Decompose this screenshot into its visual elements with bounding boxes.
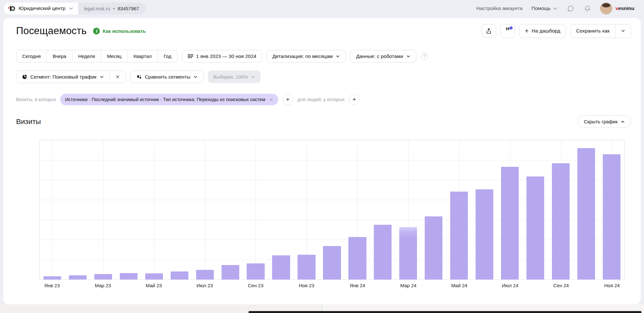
chart-slot-7 [218,140,243,280]
chart-slot-14 [395,140,421,280]
period-button-5[interactable]: Год [157,50,177,62]
x-label-slot-20: Сен 24 [548,283,574,288]
visits-condition-label: Визиты, в которых [16,97,56,102]
chart-bar-13[interactable] [374,225,392,280]
help-menu[interactable]: Помощь [532,5,558,11]
chart-bar-1[interactable] [69,275,87,280]
chart-bar-6[interactable] [196,270,214,280]
chart-slot-8 [243,140,269,280]
counter-switcher[interactable]: Юридический центр legal.msk.ru • 8345796… [4,3,146,14]
segment-clear-button[interactable] [109,71,126,83]
chart-slot-2 [90,140,116,280]
chart-bar-3[interactable] [120,273,137,280]
chart-slot-13 [370,140,395,280]
chart-bar-2[interactable] [94,274,112,280]
x-label-slot-3 [116,283,141,288]
chart-bar-16[interactable] [450,192,468,280]
add-visit-condition-button[interactable]: + [282,94,293,105]
chevron-down-icon [193,75,198,79]
counter-id: 83457967 [118,6,139,11]
counter-selector[interactable]: Юридический центр [4,3,78,14]
compare-segments-dropdown[interactable]: Сравнить сегменты [130,71,204,83]
chart-bar-9[interactable] [272,255,290,280]
x-axis-label: Янв 23 [44,283,60,288]
x-label-slot-19 [523,283,548,288]
data-mode-dropdown[interactable]: Данные: с роботами [350,50,416,62]
export-button[interactable] [482,24,496,38]
x-label-slot-15 [421,283,447,288]
how-to-use-link[interactable]: i Как использовать [93,28,146,34]
username: vesninu [615,5,634,11]
chart-slot-22 [599,140,624,280]
help-label: Помощь [532,5,551,11]
chart-bar-10[interactable] [298,255,315,280]
hide-chart-button[interactable]: Скрыть график [578,115,631,128]
x-label-slot-9 [268,283,294,288]
period-button-1[interactable]: Вчера [47,50,72,62]
title-actions: ” + На дашборд Сохранить как [482,24,631,38]
period-button-0[interactable]: Сегодня [16,50,47,62]
chart-bar-22[interactable] [603,154,620,280]
domain-id-separator: • [113,6,115,11]
title-row: Посещаемость i Как использовать ” [16,24,631,38]
share-icon [486,28,492,34]
chart-bar-15[interactable] [425,216,442,280]
date-range-button[interactable]: 1 янв 2023 — 30 ноя 2024 [182,50,262,62]
chart-bar-12[interactable] [348,237,366,280]
chart-bar-8[interactable] [247,263,264,280]
chat-icon[interactable] [567,5,574,12]
chart-heading-row: Визиты Скрыть график [16,115,631,128]
x-label-slot-1 [65,283,90,288]
chart-slot-17 [472,140,497,280]
x-axis-label: Сен 23 [248,283,263,288]
chart-bar-21[interactable] [577,148,595,280]
x-label-slot-17 [472,283,497,288]
chart-slot-15 [421,140,446,280]
chart-bar-5[interactable] [171,271,188,280]
period-button-2[interactable]: Неделя [72,50,101,62]
chart-bar-20[interactable] [552,163,570,280]
chart-bar-7[interactable] [222,265,239,280]
chart-bar-4[interactable] [145,273,163,280]
period-button-4[interactable]: Квартал [127,50,157,62]
chart-slot-5 [167,140,192,280]
x-label-slot-8: Сен 23 [243,283,268,288]
period-filter-row: СегодняВчераНеделяМесяцКварталГод 1 янв … [16,50,631,62]
metrica-logo-icon [8,5,15,12]
x-label-slot-7 [217,283,243,288]
question-icon[interactable]: ? [421,53,428,60]
plus-icon: + [525,27,529,34]
chart-slot-6 [192,140,218,280]
granularity-dropdown[interactable]: Детализация: по месяцам [267,50,346,62]
x-label-slot-12: Янв 24 [345,283,370,288]
x-axis-label: Май 24 [451,283,467,288]
close-icon [115,74,120,79]
segment-condition-chip[interactable]: Источники · Последний значимый источник … [60,94,278,105]
add-people-condition-button[interactable]: + [349,94,360,105]
add-to-dashboard-button[interactable]: + На дашборд [519,24,566,38]
save-as-button[interactable]: Сохранить как [571,24,615,38]
segment-filter-row: Сегмент: Поисковый трафик [16,71,631,83]
counter-domain-pill: legal.msk.ru • 83457967 [78,3,146,14]
chart-bar-17[interactable] [476,189,493,280]
chip-remove-icon[interactable] [269,98,273,102]
chart-slot-1 [65,140,90,280]
segment-dropdown[interactable]: Сегмент: Поисковый трафик [16,71,109,83]
chart-bar-19[interactable] [526,176,544,280]
x-axis-label: Мар 23 [95,283,111,288]
chart-bar-11[interactable] [323,246,341,280]
sampling-dropdown[interactable]: Выборка: 100% [208,71,260,83]
chart-bar-0[interactable] [43,276,61,280]
chart-slots [40,140,624,280]
ai-summary-button[interactable]: ” [500,24,515,38]
chart-slot-21 [573,140,599,280]
chart-bar-18[interactable] [501,167,519,280]
chevron-down-icon [621,29,625,33]
account-settings-link[interactable]: Настройка аккаунта [476,5,522,11]
bell-icon[interactable] [583,5,591,12]
x-axis-label: Июл 24 [502,283,518,288]
chart-bar-14[interactable] [399,227,417,280]
period-button-3[interactable]: Месяц [101,50,127,62]
user-menu[interactable]: vesninu [600,3,634,14]
save-as-dropdown-button[interactable] [615,24,631,38]
